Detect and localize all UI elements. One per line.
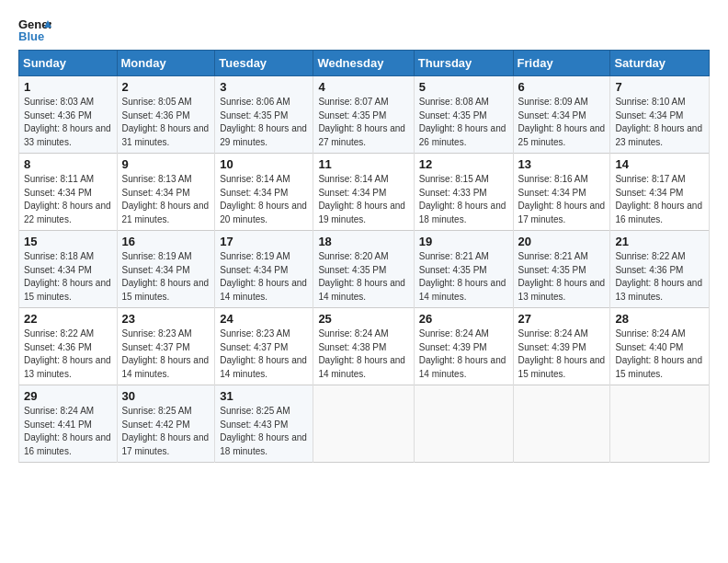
day-number: 16 bbox=[122, 235, 210, 248]
weekday-header-tuesday: Tuesday bbox=[215, 51, 313, 76]
day-number: 7 bbox=[615, 80, 704, 94]
day-info: Sunrise: 8:14 AMSunset: 4:34 PMDaylight:… bbox=[318, 173, 408, 226]
day-info: Sunrise: 8:21 AMSunset: 4:35 PMDaylight:… bbox=[419, 250, 508, 304]
day-number: 13 bbox=[518, 157, 606, 171]
day-number: 17 bbox=[220, 235, 308, 248]
calendar-cell: 22Sunrise: 8:22 AMSunset: 4:36 PMDayligh… bbox=[19, 308, 118, 385]
day-info: Sunrise: 8:10 AMSunset: 4:34 PMDaylight:… bbox=[615, 96, 704, 149]
calendar-cell: 21Sunrise: 8:22 AMSunset: 4:36 PMDayligh… bbox=[610, 231, 710, 308]
calendar-cell: 5Sunrise: 8:08 AMSunset: 4:35 PMDaylight… bbox=[414, 76, 513, 154]
calendar-cell: 17Sunrise: 8:19 AMSunset: 4:34 PMDayligh… bbox=[215, 231, 313, 308]
day-number: 8 bbox=[24, 157, 112, 171]
calendar-cell: 14Sunrise: 8:17 AMSunset: 4:34 PMDayligh… bbox=[610, 154, 710, 231]
weekday-header-wednesday: Wednesday bbox=[313, 51, 414, 76]
day-info: Sunrise: 8:08 AMSunset: 4:35 PMDaylight:… bbox=[419, 96, 508, 149]
calendar-cell: 3Sunrise: 8:06 AMSunset: 4:35 PMDaylight… bbox=[215, 76, 313, 154]
day-info: Sunrise: 8:25 AMSunset: 4:43 PMDaylight:… bbox=[220, 405, 308, 458]
calendar-cell bbox=[610, 385, 710, 463]
day-number: 3 bbox=[220, 80, 308, 94]
day-number: 19 bbox=[419, 235, 508, 248]
day-info: Sunrise: 8:17 AMSunset: 4:34 PMDaylight:… bbox=[615, 173, 704, 226]
day-info: Sunrise: 8:24 AMSunset: 4:39 PMDaylight:… bbox=[518, 327, 606, 381]
calendar-cell: 28Sunrise: 8:24 AMSunset: 4:40 PMDayligh… bbox=[610, 308, 710, 385]
day-info: Sunrise: 8:23 AMSunset: 4:37 PMDaylight:… bbox=[220, 327, 308, 381]
calendar-cell: 29Sunrise: 8:24 AMSunset: 4:41 PMDayligh… bbox=[19, 385, 118, 463]
calendar-table: SundayMondayTuesdayWednesdayThursdayFrid… bbox=[18, 50, 710, 463]
day-number: 2 bbox=[122, 80, 210, 94]
day-number: 24 bbox=[220, 312, 308, 326]
calendar-cell: 15Sunrise: 8:18 AMSunset: 4:34 PMDayligh… bbox=[19, 231, 118, 308]
svg-text:Blue: Blue bbox=[18, 29, 44, 42]
day-number: 10 bbox=[220, 157, 308, 171]
day-number: 22 bbox=[24, 312, 112, 326]
day-number: 31 bbox=[220, 389, 308, 403]
day-number: 29 bbox=[24, 389, 112, 403]
day-info: Sunrise: 8:24 AMSunset: 4:38 PMDaylight:… bbox=[318, 327, 408, 381]
calendar-cell: 6Sunrise: 8:09 AMSunset: 4:34 PMDaylight… bbox=[513, 76, 610, 154]
calendar-week-row: 29Sunrise: 8:24 AMSunset: 4:41 PMDayligh… bbox=[19, 385, 710, 463]
page: General Blue SundayMondayTuesdayWednesda… bbox=[0, 0, 728, 563]
day-info: Sunrise: 8:25 AMSunset: 4:42 PMDaylight:… bbox=[122, 405, 210, 458]
calendar-cell: 23Sunrise: 8:23 AMSunset: 4:37 PMDayligh… bbox=[117, 308, 215, 385]
calendar-week-row: 1Sunrise: 8:03 AMSunset: 4:36 PMDaylight… bbox=[19, 76, 710, 154]
day-info: Sunrise: 8:24 AMSunset: 4:40 PMDaylight:… bbox=[615, 327, 704, 381]
day-info: Sunrise: 8:19 AMSunset: 4:34 PMDaylight:… bbox=[122, 250, 210, 304]
calendar-cell: 19Sunrise: 8:21 AMSunset: 4:35 PMDayligh… bbox=[414, 231, 513, 308]
calendar-cell: 30Sunrise: 8:25 AMSunset: 4:42 PMDayligh… bbox=[117, 385, 215, 463]
day-info: Sunrise: 8:24 AMSunset: 4:41 PMDaylight:… bbox=[24, 405, 112, 458]
calendar-week-row: 15Sunrise: 8:18 AMSunset: 4:34 PMDayligh… bbox=[19, 231, 710, 308]
day-info: Sunrise: 8:20 AMSunset: 4:35 PMDaylight:… bbox=[318, 250, 408, 304]
day-info: Sunrise: 8:24 AMSunset: 4:39 PMDaylight:… bbox=[419, 327, 508, 381]
day-number: 26 bbox=[419, 312, 508, 326]
day-number: 11 bbox=[318, 157, 408, 171]
calendar-cell: 2Sunrise: 8:05 AMSunset: 4:36 PMDaylight… bbox=[117, 76, 215, 154]
weekday-header-thursday: Thursday bbox=[414, 51, 513, 76]
calendar-cell: 8Sunrise: 8:11 AMSunset: 4:34 PMDaylight… bbox=[19, 154, 118, 231]
day-number: 4 bbox=[318, 80, 408, 94]
day-number: 21 bbox=[615, 235, 704, 248]
calendar-cell: 9Sunrise: 8:13 AMSunset: 4:34 PMDaylight… bbox=[117, 154, 215, 231]
day-number: 14 bbox=[615, 157, 704, 171]
day-info: Sunrise: 8:15 AMSunset: 4:33 PMDaylight:… bbox=[419, 173, 508, 226]
weekday-header-monday: Monday bbox=[117, 51, 215, 76]
day-number: 9 bbox=[122, 157, 210, 171]
day-info: Sunrise: 8:19 AMSunset: 4:34 PMDaylight:… bbox=[220, 250, 308, 304]
calendar-cell: 4Sunrise: 8:07 AMSunset: 4:35 PMDaylight… bbox=[313, 76, 414, 154]
day-number: 27 bbox=[518, 312, 606, 326]
logo: General Blue bbox=[18, 17, 51, 42]
calendar-week-row: 8Sunrise: 8:11 AMSunset: 4:34 PMDaylight… bbox=[19, 154, 710, 231]
calendar-cell: 12Sunrise: 8:15 AMSunset: 4:33 PMDayligh… bbox=[414, 154, 513, 231]
logo-icon: General Blue bbox=[18, 17, 51, 42]
day-number: 15 bbox=[24, 235, 112, 248]
day-number: 25 bbox=[318, 312, 408, 326]
day-info: Sunrise: 8:23 AMSunset: 4:37 PMDaylight:… bbox=[122, 327, 210, 381]
day-info: Sunrise: 8:11 AMSunset: 4:34 PMDaylight:… bbox=[24, 173, 112, 226]
day-number: 5 bbox=[419, 80, 508, 94]
day-number: 30 bbox=[122, 389, 210, 403]
day-number: 1 bbox=[24, 80, 112, 94]
day-number: 20 bbox=[518, 235, 606, 248]
header: General Blue bbox=[18, 17, 710, 42]
day-info: Sunrise: 8:07 AMSunset: 4:35 PMDaylight:… bbox=[318, 96, 408, 149]
calendar-cell: 18Sunrise: 8:20 AMSunset: 4:35 PMDayligh… bbox=[313, 231, 414, 308]
calendar-cell: 27Sunrise: 8:24 AMSunset: 4:39 PMDayligh… bbox=[513, 308, 610, 385]
calendar-cell: 11Sunrise: 8:14 AMSunset: 4:34 PMDayligh… bbox=[313, 154, 414, 231]
calendar-cell: 26Sunrise: 8:24 AMSunset: 4:39 PMDayligh… bbox=[414, 308, 513, 385]
day-number: 23 bbox=[122, 312, 210, 326]
day-info: Sunrise: 8:09 AMSunset: 4:34 PMDaylight:… bbox=[518, 96, 606, 149]
calendar-cell: 16Sunrise: 8:19 AMSunset: 4:34 PMDayligh… bbox=[117, 231, 215, 308]
calendar-cell: 25Sunrise: 8:24 AMSunset: 4:38 PMDayligh… bbox=[313, 308, 414, 385]
day-number: 6 bbox=[518, 80, 606, 94]
weekday-header-sunday: Sunday bbox=[19, 51, 118, 76]
calendar-cell: 7Sunrise: 8:10 AMSunset: 4:34 PMDaylight… bbox=[610, 76, 710, 154]
calendar-cell: 24Sunrise: 8:23 AMSunset: 4:37 PMDayligh… bbox=[215, 308, 313, 385]
day-info: Sunrise: 8:13 AMSunset: 4:34 PMDaylight:… bbox=[122, 173, 210, 226]
day-number: 18 bbox=[318, 235, 408, 248]
day-info: Sunrise: 8:22 AMSunset: 4:36 PMDaylight:… bbox=[24, 327, 112, 381]
calendar-cell: 20Sunrise: 8:21 AMSunset: 4:35 PMDayligh… bbox=[513, 231, 610, 308]
day-info: Sunrise: 8:22 AMSunset: 4:36 PMDaylight:… bbox=[615, 250, 704, 304]
weekday-header-friday: Friday bbox=[513, 51, 610, 76]
calendar-cell: 31Sunrise: 8:25 AMSunset: 4:43 PMDayligh… bbox=[215, 385, 313, 463]
calendar-cell: 10Sunrise: 8:14 AMSunset: 4:34 PMDayligh… bbox=[215, 154, 313, 231]
day-info: Sunrise: 8:06 AMSunset: 4:35 PMDaylight:… bbox=[220, 96, 308, 149]
